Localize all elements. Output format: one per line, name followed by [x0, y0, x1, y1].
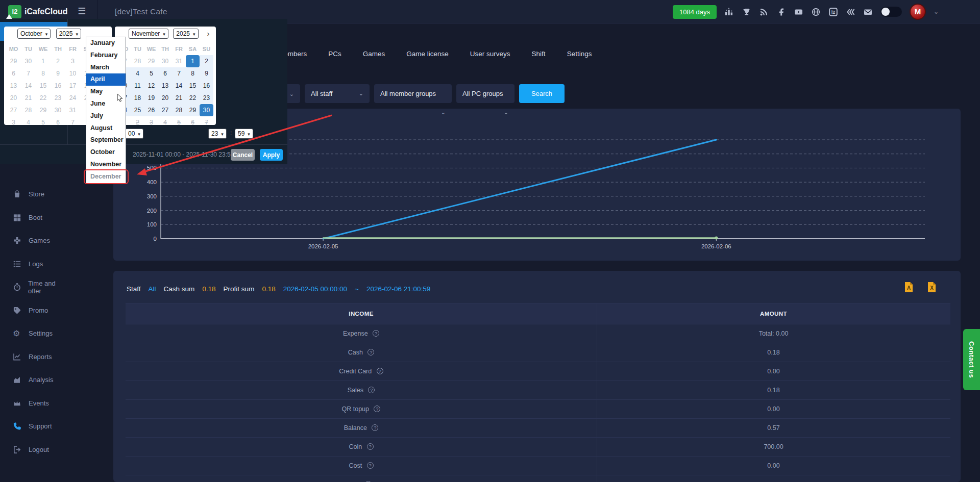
calendar-day[interactable]: 22 [36, 92, 51, 104]
calendar-day[interactable]: 29 [6, 55, 21, 67]
calendar-day[interactable]: 31 [172, 55, 186, 67]
next-month-icon[interactable]: › [204, 29, 213, 39]
month-option-april[interactable]: April [86, 73, 126, 86]
info-icon[interactable]: ? [367, 443, 374, 450]
hour-select-right[interactable]: 23▾ [208, 129, 227, 139]
sidebar-item-events[interactable]: Events [0, 392, 68, 415]
calendar-day[interactable]: 25 [131, 104, 144, 116]
calendar-day[interactable]: 29 [144, 55, 158, 67]
apply-button[interactable]: Apply [260, 149, 283, 161]
month-select[interactable]: October▾ [17, 29, 51, 39]
sidebar-item-logs[interactable]: Logs [0, 252, 68, 276]
calendar-day[interactable]: 28 [131, 55, 144, 67]
calendar-day[interactable]: 6 [186, 116, 200, 129]
calendar-day[interactable]: 11 [131, 80, 144, 92]
calendar-day[interactable]: 5 [172, 116, 186, 129]
export-pdf-icon[interactable]: Λ [904, 282, 913, 294]
calendar-day[interactable]: 15 [36, 80, 51, 92]
theme-toggle[interactable] [880, 7, 902, 17]
month-select[interactable]: November▾ [129, 29, 168, 39]
sidebar-item-support[interactable]: Support [0, 415, 68, 438]
tab-pcs[interactable]: PCs [328, 50, 341, 58]
calendar-day[interactable]: 20 [158, 92, 172, 104]
calendar-day[interactable]: 20 [6, 92, 21, 104]
calendar-day[interactable]: 3 [144, 116, 158, 129]
calendar-day[interactable]: 23 [200, 92, 213, 104]
calendar-day[interactable]: 30 [158, 55, 172, 67]
calendar-day[interactable]: 8 [186, 67, 200, 80]
calendar-day[interactable]: 7 [172, 67, 186, 80]
calendar-day[interactable]: 5 [144, 67, 158, 80]
month-option-september[interactable]: September [86, 134, 126, 146]
calendar-day[interactable]: 30 [200, 104, 213, 116]
contact-us-tab[interactable]: Contact us [963, 329, 980, 390]
calendar-day[interactable]: 18 [131, 92, 144, 104]
facebook-icon[interactable] [776, 7, 786, 17]
info-icon[interactable]: ? [374, 405, 380, 412]
calendar-day[interactable]: 28 [172, 104, 186, 116]
pc-group-filter-dropdown[interactable]: All PC groups⌄ [456, 84, 514, 103]
month-option-january[interactable]: January [86, 37, 126, 49]
sidebar-item-reports[interactable]: Reports [0, 345, 68, 369]
calendar-day[interactable]: 7 [65, 116, 80, 129]
month-option-july[interactable]: July [86, 110, 126, 122]
calendar-day[interactable]: 13 [158, 80, 172, 92]
calendar-day[interactable]: 6 [51, 116, 65, 129]
mail-icon[interactable] [863, 7, 873, 17]
info-icon[interactable]: ? [368, 387, 375, 393]
calendar-day[interactable]: 16 [51, 80, 65, 92]
minute-select-right[interactable]: 59▾ [235, 129, 253, 139]
summary-segment[interactable]: ~ [355, 285, 359, 293]
calendar-day[interactable]: 4 [131, 67, 144, 80]
calendar-day[interactable]: 6 [158, 67, 172, 80]
calendar-day[interactable]: 30 [51, 104, 65, 116]
calendar-day[interactable]: 7 [21, 67, 36, 80]
sidebar-item-settings[interactable]: ⚙Settings [0, 322, 68, 345]
sidebar-item-promo[interactable]: Promo [0, 299, 68, 322]
info-icon[interactable]: ? [377, 368, 383, 374]
month-option-march[interactable]: March [86, 62, 126, 74]
calendar-day[interactable]: 14 [172, 80, 186, 92]
staff-filter-dropdown[interactable]: All staff⌄ [305, 84, 370, 103]
calendar-day[interactable]: 31 [65, 104, 80, 116]
sidebar-item-store[interactable]: Store [0, 183, 68, 206]
calendar-day[interactable]: 17 [65, 80, 80, 92]
year-select[interactable]: 2025▾ [56, 29, 81, 39]
calendar-day[interactable]: 19 [144, 92, 158, 104]
tab-games[interactable]: Games [363, 50, 385, 58]
calendar-day[interactable]: 7 [200, 116, 213, 129]
calendar-day[interactable]: 27 [158, 104, 172, 116]
globe-icon[interactable] [811, 7, 821, 17]
calendar-day[interactable]: 13 [6, 80, 21, 92]
calendar-day[interactable]: 22 [186, 92, 200, 104]
ranking-icon[interactable] [724, 7, 734, 17]
month-option-november[interactable]: November [86, 159, 126, 171]
sidebar-item-boot[interactable]: Boot [0, 206, 68, 230]
chevron-down-icon[interactable]: ⌄ [934, 8, 939, 15]
hamburger-menu-icon[interactable]: ☰ [78, 6, 86, 17]
cancel-button[interactable]: Cancel [231, 149, 255, 161]
tab-shift[interactable]: Shift [532, 50, 546, 58]
calendar-day[interactable]: 29 [186, 104, 200, 116]
month-option-december[interactable]: December [86, 171, 126, 183]
trophy-icon[interactable] [742, 7, 751, 17]
youtube-icon[interactable] [794, 7, 803, 17]
calendar-day[interactable]: 6 [6, 67, 21, 80]
calendar-day[interactable]: 21 [21, 92, 36, 104]
year-select[interactable]: 2025▾ [173, 29, 198, 39]
chevrons-icon[interactable] [846, 7, 855, 17]
tab-settings[interactable]: Settings [567, 50, 592, 58]
summary-segment[interactable]: All [149, 285, 156, 293]
summary-segment[interactable]: 2026-02-06 21:00:59 [366, 285, 430, 293]
info-icon[interactable]: ? [372, 424, 378, 431]
calendar-day[interactable]: 26 [144, 104, 158, 116]
calendar-day[interactable]: 10 [65, 67, 80, 80]
search-button[interactable]: Search [519, 84, 565, 103]
calendar-day[interactable]: 9 [200, 67, 213, 80]
avatar[interactable]: M [910, 4, 926, 20]
calendar-day[interactable]: 14 [21, 80, 36, 92]
info-icon[interactable]: ? [368, 349, 374, 356]
calendar-day[interactable]: 12 [144, 80, 158, 92]
calendar-day[interactable]: 16 [200, 80, 213, 92]
member-group-filter-dropdown[interactable]: All member groups⌄ [374, 84, 452, 103]
